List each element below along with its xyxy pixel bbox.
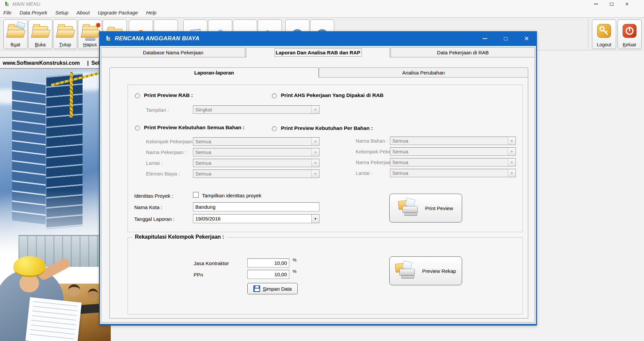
subpage-laporan: Print Preview RAB : Tampilan : Singkat P… — [109, 77, 528, 319]
maximize-icon — [610, 3, 613, 6]
close-icon: ✕ — [625, 2, 629, 6]
status-strip: www.SoftwareKonstruksi.com | Sela — [0, 57, 115, 69]
jasa-kontraktor-label: Jasa Kontraktor — [194, 260, 229, 266]
dialog-maximize-button[interactable] — [500, 34, 511, 44]
printer-icon — [395, 261, 417, 280]
dialog-close-button[interactable]: ✕ — [521, 34, 532, 44]
ppn-input[interactable] — [247, 270, 289, 279]
lantai-label: Lantai : — [146, 160, 162, 166]
per-bahan-label: Print Preview Kebutuhan Per Bahan : — [281, 125, 373, 131]
tampilkan-identitas-checkbox[interactable] — [193, 192, 199, 198]
kelompok-pekerjaan-2-select[interactable]: Semua — [390, 147, 516, 156]
chevron-down-icon — [508, 158, 515, 166]
print-preview-button[interactable]: Print Peview — [389, 194, 462, 223]
menu-data-proyek[interactable]: Data Proyek — [15, 8, 51, 17]
ppn-percent-label: % — [293, 269, 297, 274]
dialog-title: RENCANA ANGGARAN BIAYA — [115, 35, 199, 42]
radio-print-ahs[interactable] — [272, 93, 277, 98]
chevron-down-icon — [508, 137, 515, 145]
keluar-button[interactable]: Keluar — [617, 19, 642, 49]
radio-kebutuhan-semua-bahan[interactable] — [135, 126, 140, 131]
power-icon — [623, 24, 637, 38]
worker-head-graphic — [88, 289, 98, 299]
buat-label: Buat — [11, 42, 20, 47]
kelompok-pekerjaan-select[interactable]: Semua — [193, 137, 319, 146]
printer-icon — [398, 199, 420, 217]
chevron-down-icon — [311, 170, 319, 178]
plug-icon — [85, 38, 95, 41]
buka-button[interactable]: Buka — [28, 19, 52, 49]
menu-help[interactable]: Help — [142, 8, 160, 17]
print-rab-label: Print Preview RAB : — [144, 92, 193, 98]
burst-icon: ✸ — [95, 21, 101, 30]
chevron-down-icon — [311, 214, 319, 223]
app-icon — [4, 2, 9, 7]
elemen-biaya-select[interactable]: Semua — [193, 169, 319, 178]
dialog-titlebar[interactable]: RENCANA ANGGARAN BIAYA ✕ — [99, 31, 537, 46]
menu-upgrade-package[interactable]: Upgrade Package — [94, 8, 142, 17]
radio-kebutuhan-per-bahan[interactable] — [272, 126, 277, 131]
preview-rekap-button[interactable]: Preview Rekap — [389, 256, 462, 285]
radio-print-preview-rab[interactable] — [135, 93, 140, 98]
jasa-kontraktor-input[interactable] — [247, 258, 289, 267]
subtab-laporan-laporan[interactable]: Laporan-laporan — [109, 67, 319, 78]
hero-image — [0, 69, 111, 341]
jasa-percent-label: % — [293, 257, 297, 262]
rab-dialog: RENCANA ANGGARAN BIAYA ✕ Database Nama P… — [99, 31, 537, 326]
main-titlebar: MAIN MENU ✕ — [0, 0, 644, 8]
lantai-2-select[interactable]: Semua — [390, 169, 516, 177]
keluar-label: Keluar — [623, 42, 636, 47]
chevron-down-icon — [311, 159, 319, 167]
close-icon: ✕ — [524, 36, 529, 42]
subtab-analisa-perubahan[interactable]: Analisa Perubahan — [319, 67, 528, 78]
hapus-button[interactable]: ✸ Hapus — [78, 19, 102, 49]
simpan-data-button[interactable]: Simpan Data — [247, 283, 298, 294]
window-close-button[interactable]: ✕ — [619, 0, 635, 8]
buat-button[interactable]: Buat — [3, 19, 28, 49]
menu-file[interactable]: File — [0, 8, 15, 17]
close-folder-icon — [57, 26, 73, 38]
lantai-select[interactable]: Semua — [193, 159, 319, 167]
window-maximize-button[interactable] — [604, 0, 619, 8]
chevron-down-icon — [311, 138, 319, 145]
buka-label: Buka — [35, 42, 46, 47]
minimize-icon — [594, 4, 598, 4]
tab-database-nama-pekerjaan[interactable]: Database Nama Pekerjaan — [101, 47, 245, 57]
dialog-tabstrip: Database Nama Pekerjaan Laporan Dan Anal… — [101, 47, 535, 57]
logout-button[interactable]: Logout — [592, 19, 616, 49]
floppy-disk-icon — [253, 285, 260, 292]
menubar: File Data Proyek Setup About Upgrade Pac… — [0, 8, 644, 17]
dialog-minimize-button[interactable] — [479, 34, 491, 44]
menu-about[interactable]: About — [72, 8, 94, 17]
logout-label: Logout — [597, 42, 611, 47]
window-minimize-button[interactable] — [588, 0, 604, 8]
nama-bahan-select[interactable]: Semua — [390, 137, 516, 145]
lantai-2-label: Lantai : — [356, 170, 372, 176]
simpan-data-label: Simpan Data — [263, 286, 292, 292]
foreman-face-graphic — [19, 274, 39, 292]
tab-laporan-dan-analisa[interactable]: Laporan Dan Analisa RAB dan RAP — [246, 47, 390, 57]
rekapitulasi-frame: Rekapitulasi Kelompok Pekerjaan : — [128, 237, 523, 314]
nama-pekerjaan-2-select[interactable]: Semua — [390, 158, 516, 166]
worker-head-graphic — [68, 284, 80, 296]
nama-kota-input[interactable] — [193, 202, 319, 211]
tampilan-select[interactable]: Singkat — [193, 105, 319, 114]
tutup-button[interactable]: Tutup — [53, 19, 77, 49]
new-folder-icon — [8, 26, 23, 38]
window-title: MAIN MENU — [12, 1, 40, 7]
maximize-icon — [504, 37, 508, 41]
hard-hat-graphic — [13, 256, 46, 277]
print-ahs-label: Print AHS Pekerjaan Yang Dipakai di RAB — [281, 92, 384, 98]
menu-setup[interactable]: Setup — [51, 8, 72, 17]
tanggal-laporan-label: Tanggal Laporan : — [134, 216, 175, 222]
nama-kota-label: Nama Kota : — [134, 204, 162, 210]
tanggal-laporan-select[interactable]: 19/05/2016 — [193, 214, 319, 223]
tutup-label: Tutup — [59, 42, 71, 47]
toolbar-separator — [588, 19, 588, 49]
chevron-down-icon — [508, 169, 515, 177]
preview-rekap-button-label: Preview Rekap — [422, 268, 456, 274]
ppn-label: PPn — [194, 272, 203, 278]
tampilan-label: Tampilan : — [146, 107, 169, 113]
nama-pekerjaan-select[interactable]: Semua — [193, 148, 319, 156]
tab-data-pekerjaan-di-rab[interactable]: Data Pekerjaan di RAB — [391, 47, 535, 57]
